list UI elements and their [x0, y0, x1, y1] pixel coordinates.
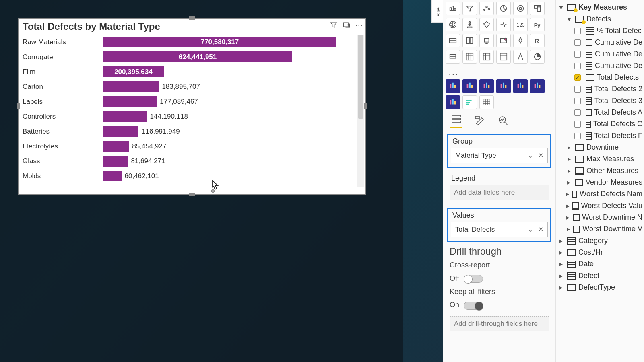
- viz-type-icon[interactable]: [479, 18, 494, 31]
- fields-tab[interactable]: [450, 113, 462, 128]
- viz-gallery-more[interactable]: …: [446, 65, 553, 79]
- analytics-tab[interactable]: [497, 115, 509, 127]
- field-folder[interactable]: Worst Defects Valu: [556, 200, 644, 212]
- field-table[interactable]: Category: [556, 235, 644, 247]
- filter-icon[interactable]: [330, 21, 338, 29]
- bar-fill[interactable]: 624,441,951: [103, 51, 292, 62]
- viz-type-icon[interactable]: 123: [513, 18, 528, 31]
- chart-visual[interactable]: Total Defects by Material Type ··· Raw M…: [18, 18, 366, 195]
- custom-visual-icon[interactable]: [479, 79, 494, 93]
- field-checkbox[interactable]: [574, 133, 581, 139]
- viz-type-icon[interactable]: Py: [530, 18, 545, 31]
- field-folder[interactable]: Other Measures: [556, 165, 644, 177]
- bar-fill[interactable]: [103, 171, 122, 181]
- viz-type-icon[interactable]: [479, 2, 494, 15]
- custom-visual-icon[interactable]: [462, 79, 477, 93]
- fields-folder-defects[interactable]: Defects: [556, 13, 644, 25]
- bar-fill[interactable]: 770,580,317: [103, 37, 336, 47]
- viz-type-icon[interactable]: [462, 2, 477, 15]
- field-measure[interactable]: Total Defects C: [556, 118, 644, 130]
- field-folder[interactable]: Downtime: [556, 142, 644, 153]
- field-folder[interactable]: Worst Downtime N: [556, 212, 644, 223]
- custom-visual-icon[interactable]: [446, 79, 460, 93]
- chart-scrollbar-thumb[interactable]: [358, 35, 363, 119]
- keep-filters-toggle[interactable]: [464, 302, 483, 310]
- field-checkbox[interactable]: [574, 98, 581, 104]
- field-measure[interactable]: % Total Defec: [556, 25, 644, 37]
- viz-type-icon[interactable]: [446, 2, 460, 15]
- viz-type-icon[interactable]: [462, 34, 477, 47]
- field-checkbox[interactable]: [574, 28, 581, 34]
- bar-row[interactable]: Labels177,089,467: [19, 94, 355, 109]
- viz-type-icon[interactable]: [496, 34, 511, 47]
- viz-type-icon[interactable]: [513, 2, 528, 15]
- viz-type-icon[interactable]: [496, 50, 511, 64]
- field-measure[interactable]: Total Defects: [556, 72, 644, 83]
- custom-visual-icon[interactable]: [496, 79, 511, 93]
- field-checkbox[interactable]: [574, 109, 581, 116]
- field-folder[interactable]: Max Measures: [556, 153, 644, 165]
- custom-visual-icon[interactable]: [530, 79, 545, 93]
- field-table[interactable]: Cost/Hr: [556, 247, 644, 258]
- field-measure[interactable]: Total Defects A: [556, 107, 644, 118]
- bar-fill[interactable]: [103, 111, 147, 122]
- custom-visual-icon[interactable]: [513, 79, 528, 93]
- field-checkbox[interactable]: [574, 74, 581, 81]
- field-folder[interactable]: Worst Downtime V: [556, 223, 644, 235]
- field-measure[interactable]: Cumulative De: [556, 37, 644, 48]
- viz-type-icon[interactable]: [530, 2, 545, 15]
- field-checkbox[interactable]: [574, 39, 581, 46]
- field-table[interactable]: Defect: [556, 270, 644, 282]
- drill-through-placeholder[interactable]: Add drill-through fields here: [450, 316, 549, 331]
- values-pill-remove-icon[interactable]: ✕: [538, 226, 543, 233]
- field-folder[interactable]: Worst Defects Nam: [556, 188, 644, 200]
- legend-placeholder[interactable]: Add data fields here: [450, 185, 549, 200]
- field-checkbox[interactable]: [574, 86, 581, 93]
- bar-row[interactable]: Electrolytes85,454,927: [19, 139, 355, 154]
- viz-type-icon[interactable]: [462, 50, 477, 64]
- custom-visual-icon[interactable]: [479, 95, 494, 109]
- more-options-icon[interactable]: ···: [355, 23, 363, 27]
- custom-visual-icon[interactable]: [462, 95, 477, 109]
- field-measure[interactable]: Total Defects 3: [556, 95, 644, 107]
- group-pill-remove-icon[interactable]: ✕: [538, 152, 543, 159]
- viz-type-icon[interactable]: [446, 34, 460, 47]
- viz-type-icon[interactable]: [479, 34, 494, 47]
- bar-fill[interactable]: [103, 81, 159, 92]
- group-pill-caret-icon[interactable]: ⌄: [528, 152, 533, 159]
- viz-type-icon[interactable]: [446, 18, 460, 31]
- field-table[interactable]: Date: [556, 258, 644, 270]
- group-field-pill[interactable]: Material Type ⌄ ✕: [451, 148, 548, 163]
- field-measure[interactable]: Total Defects 2: [556, 83, 644, 95]
- bar-row[interactable]: Carton183,895,707: [19, 79, 355, 94]
- viz-type-icon[interactable]: [496, 18, 511, 31]
- filters-pane-collapsed[interactable]: ers: [431, 0, 443, 23]
- viz-type-icon[interactable]: [513, 34, 528, 47]
- bar-row[interactable]: Raw Materials770,580,317: [19, 35, 355, 49]
- bar-fill[interactable]: [103, 141, 129, 152]
- field-folder[interactable]: Vendor Measures: [556, 177, 644, 188]
- field-checkbox[interactable]: [574, 63, 581, 69]
- bar-fill[interactable]: [103, 96, 157, 107]
- field-measure[interactable]: Total Defects F: [556, 130, 644, 142]
- field-measure[interactable]: Cumulative De: [556, 60, 644, 72]
- viz-type-icon[interactable]: [462, 18, 477, 31]
- viz-type-icon[interactable]: R: [530, 34, 545, 47]
- bar-row[interactable]: Corrugate624,441,951: [19, 49, 355, 64]
- values-field-pill[interactable]: Total Defects ⌄ ✕: [451, 222, 548, 237]
- fields-table-key-measures[interactable]: Key Measures: [556, 2, 644, 13]
- cross-report-toggle[interactable]: [464, 275, 483, 283]
- bar-row[interactable]: Molds60,462,101: [19, 169, 355, 183]
- viz-type-icon[interactable]: [446, 50, 460, 64]
- field-table[interactable]: DefectType: [556, 282, 644, 293]
- viz-type-icon[interactable]: [530, 50, 545, 64]
- viz-type-icon[interactable]: [479, 50, 494, 64]
- values-pill-caret-icon[interactable]: ⌄: [528, 226, 533, 233]
- viz-type-icon[interactable]: [496, 2, 511, 15]
- bar-fill[interactable]: [103, 126, 138, 137]
- custom-visual-icon[interactable]: [446, 95, 460, 109]
- field-checkbox[interactable]: [574, 51, 581, 58]
- bar-row[interactable]: Glass81,694,271: [19, 154, 355, 169]
- chart-scrollbar[interactable]: [357, 35, 364, 187]
- bar-fill[interactable]: 200,395,634: [103, 66, 164, 77]
